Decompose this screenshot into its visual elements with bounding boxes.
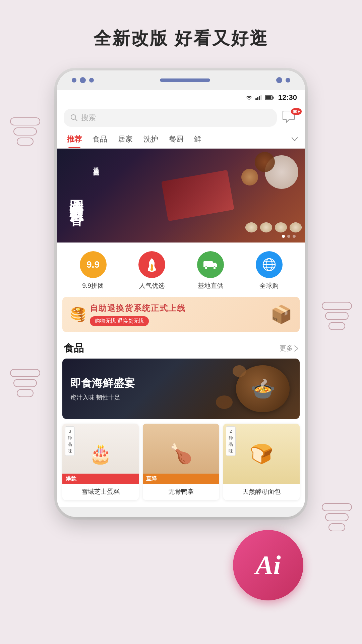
phone-dot-4	[276, 77, 282, 83]
category-label-group: 9.9拼团	[82, 281, 104, 290]
badge-discount: 直降	[143, 474, 219, 484]
variety-badge-bread: 2种品味	[226, 426, 236, 456]
product-card-cake[interactable]: 🎂 3种品味 爆款 雪域芝士蛋糕	[62, 424, 139, 500]
status-time: 12:30	[278, 93, 297, 102]
banner-text-area: 圆满中秋汇百香 月下佳人 岁岁品优选	[67, 155, 101, 236]
svg-point-0	[248, 99, 249, 100]
app-content: 12:30 搜索 99+	[57, 90, 305, 507]
food-section-title: 食品	[64, 341, 84, 355]
product-name-duck: 无骨鸭掌	[168, 488, 194, 495]
chevron-down-icon	[292, 137, 298, 141]
search-icon	[70, 114, 78, 121]
battery-icon	[265, 95, 274, 100]
svg-point-11	[205, 267, 207, 269]
message-badge: 99+	[291, 108, 302, 115]
banner-dot-2	[287, 235, 290, 238]
tab-fresh[interactable]: 鲜	[189, 130, 206, 148]
svg-rect-7	[273, 97, 274, 99]
phone-bottom	[57, 507, 305, 517]
banner-dot-3	[293, 235, 296, 238]
category-label-global: 全球购	[259, 281, 279, 290]
quick-categories: 9.9 9.9拼团 人气优选	[57, 243, 305, 297]
ai-button[interactable]: Ai	[233, 530, 303, 600]
product-image-bread: 🍞 2种品味	[223, 424, 300, 484]
tab-home[interactable]: 居家	[113, 130, 138, 148]
phone-speaker	[160, 78, 210, 82]
svg-rect-10	[203, 261, 213, 267]
food-section-header: 食品 更多	[57, 337, 305, 359]
ai-button-text: Ai	[255, 550, 281, 581]
variety-badge-cake: 3种品味	[65, 426, 75, 456]
product-card-bread[interactable]: 🍞 2种品味 天然酵母面包	[223, 424, 300, 500]
wifi-icon	[245, 95, 253, 101]
tab-more-button[interactable]	[289, 133, 300, 145]
promo-text-area: 自助退换货系统正式上线 购物无忧 退换货无忧	[90, 303, 270, 326]
banner-main-text: 圆满中秋汇百香	[67, 155, 86, 236]
page-title: 全新改版 好看又好逛	[0, 0, 362, 70]
search-placeholder-text: 搜索	[81, 113, 96, 123]
tab-wash[interactable]: 洗护	[138, 130, 164, 148]
signal-icon	[255, 95, 262, 100]
category-label-popular: 人气优选	[139, 281, 165, 290]
tab-recommend[interactable]: 推荐	[62, 130, 87, 148]
product-card-duck[interactable]: 🍗 直降 无骨鸭掌	[143, 424, 219, 500]
food-more-button[interactable]: 更多	[280, 344, 298, 353]
product-grid: 🎂 3种品味 爆款 雪域芝士蛋糕 🍗 直降	[57, 419, 305, 507]
banner-dots	[282, 235, 296, 238]
banner-food-area	[144, 149, 305, 243]
promo-box-icon: 📦	[270, 304, 292, 325]
category-item-popular[interactable]: 人气优选	[138, 251, 165, 290]
category-item-direct[interactable]: 基地直供	[197, 251, 224, 290]
status-bar: 12:30	[57, 90, 305, 105]
category-item-group[interactable]: 9.9 9.9拼团	[80, 251, 107, 290]
badge-hot: 爆款	[62, 474, 139, 484]
product-name-bread: 天然酵母面包	[242, 488, 281, 495]
deco-right-bottom	[322, 503, 352, 533]
svg-rect-6	[265, 96, 271, 99]
truck-icon	[203, 260, 218, 270]
food-section-banner[interactable]: 即食海鲜盛宴 蜜汁入味 韧性十足 🍲	[62, 359, 300, 419]
food-banner-title: 即食海鲜盛宴	[70, 376, 135, 391]
phone-top-bar	[57, 70, 305, 90]
product-info-cake: 雪域芝士蛋糕	[62, 484, 139, 500]
svg-rect-3	[259, 96, 260, 100]
category-icon-popular	[138, 251, 165, 278]
category-icon-group: 9.9	[80, 251, 107, 278]
svg-rect-1	[255, 98, 257, 100]
food-banner-subtitle: 蜜汁入味 韧性十足	[70, 393, 135, 401]
search-bar-container: 搜索 99+	[57, 105, 305, 130]
promo-banner[interactable]: 🥞 自助退换货系统正式上线 购物无忧 退换货无忧 📦	[62, 297, 300, 332]
product-name-cake: 雪域芝士蛋糕	[81, 488, 120, 495]
banner-dot-1	[282, 235, 285, 238]
search-bar[interactable]: 搜索	[64, 109, 277, 127]
promo-subtitle-badge: 购物无忧 退换货无忧	[90, 316, 270, 326]
deco-left-top	[10, 117, 40, 148]
svg-line-9	[75, 119, 77, 121]
tab-food[interactable]: 食品	[87, 130, 113, 148]
phone-dot-2	[80, 77, 86, 83]
banner[interactable]: 圆满中秋汇百香 月下佳人 岁岁品优选	[57, 149, 305, 243]
svg-rect-4	[260, 95, 262, 100]
category-icon-direct	[197, 251, 224, 278]
message-button[interactable]: 99+	[282, 110, 298, 125]
category-item-global[interactable]: 全球购	[256, 251, 283, 290]
deco-right	[322, 302, 352, 332]
svg-rect-2	[257, 97, 258, 100]
product-info-bread: 天然酵母面包	[223, 484, 300, 500]
nav-tabs: 推荐 食品 居家 洗护 餐厨 鲜	[57, 130, 305, 149]
chevron-right-icon	[294, 345, 298, 352]
food-banner-text-area: 即食海鲜盛宴 蜜汁入味 韧性十足	[70, 376, 135, 401]
svg-point-12	[213, 267, 216, 269]
tab-kitchen[interactable]: 餐厨	[164, 130, 189, 148]
phone-frame: 12:30 搜索 99+	[57, 70, 305, 517]
promo-title: 自助退换货系统正式上线	[90, 303, 270, 314]
category-icon-global	[256, 251, 283, 278]
phone-dot-1	[72, 78, 76, 83]
category-label-direct: 基地直供	[198, 281, 223, 290]
page-background: 全新改版 好看又好逛	[0, 0, 362, 644]
globe-icon	[262, 257, 277, 272]
product-info-duck: 无骨鸭掌	[143, 484, 219, 500]
phone-dot-5	[286, 78, 290, 83]
deco-left-bottom	[10, 369, 40, 399]
phone-dot-3	[89, 78, 94, 83]
